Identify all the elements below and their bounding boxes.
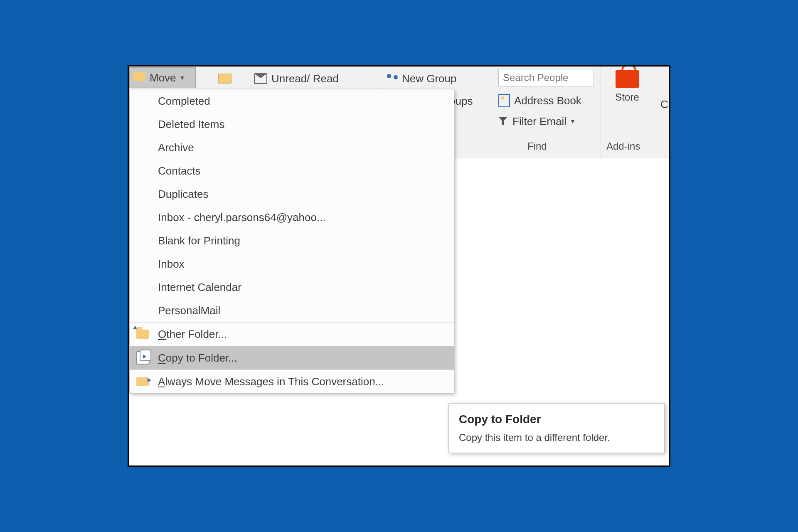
move-label: Move [150, 71, 176, 84]
addins-group-label: Add-ins [606, 140, 640, 152]
address-book-label: Address Book [514, 94, 581, 107]
filter-email-button[interactable]: Filter Email ▼ [498, 112, 576, 131]
funnel-icon [498, 117, 507, 126]
unread-read-button[interactable]: Unread/ Read [254, 68, 339, 89]
rules-button[interactable] [212, 68, 237, 89]
menu-item-blank-for-printing[interactable]: Blank for Printing [130, 229, 454, 252]
menu-item-deleted-items[interactable]: Deleted Items [130, 113, 454, 136]
menu-item-contacts[interactable]: Contacts [130, 159, 454, 182]
address-book-button[interactable]: Address Book [498, 91, 581, 110]
divider [379, 66, 379, 90]
find-group-label: Find [527, 140, 547, 152]
menu-item-always-move[interactable]: Always Move Messages in This Conversatio… [130, 369, 454, 393]
menu-item-inbox-account[interactable]: Inbox - cheryl.parsons64@yahoo... [130, 206, 454, 229]
new-group-label: New Group [402, 72, 457, 85]
tooltip-title: Copy to Folder [459, 413, 654, 426]
search-people-input[interactable] [498, 69, 594, 86]
menu-item-completed[interactable]: Completed [130, 89, 454, 113]
people-icon [387, 74, 398, 83]
tooltip-body: Copy this item to a different folder. [459, 432, 654, 443]
outlook-window: Move ▼ Unread/ Read New Group oups Addre… [128, 65, 670, 467]
move-rule-icon [136, 377, 149, 386]
envelope-icon [218, 74, 232, 84]
menu-item-duplicates[interactable]: Duplicates [130, 182, 454, 206]
menu-item-archive[interactable]: Archive [130, 136, 454, 159]
menu-item-inbox[interactable]: Inbox [130, 252, 454, 276]
menu-item-copy-to-folder[interactable]: Copy to Folder... [130, 346, 454, 369]
filter-email-label: Filter Email [512, 115, 566, 128]
chevron-down-icon: ▼ [570, 118, 576, 125]
move-dropdown: Completed Deleted Items Archive Contacts… [129, 89, 454, 394]
new-group-button[interactable]: New Group [387, 68, 457, 89]
partial-letter: C [660, 98, 668, 111]
divider [601, 66, 601, 158]
folder-icon [136, 330, 149, 339]
copy-icon [136, 351, 150, 365]
tooltip: Copy to Folder Copy this item to a diffe… [448, 403, 665, 453]
menu-item-internet-calendar[interactable]: Internet Calendar [130, 276, 454, 299]
store-icon [616, 70, 639, 88]
move-button[interactable]: Move ▼ [129, 67, 196, 88]
unread-label: Unread/ Read [271, 72, 339, 85]
divider [491, 66, 491, 158]
address-book-icon [498, 94, 510, 107]
menu-item-other-folder[interactable]: Other Folder... [130, 322, 454, 346]
menu-item-personalmail[interactable]: PersonalMail [130, 299, 454, 322]
chevron-down-icon: ▼ [180, 74, 185, 81]
store-button[interactable]: Store [607, 70, 647, 103]
envelope-icon [254, 73, 267, 84]
store-label: Store [615, 91, 639, 103]
